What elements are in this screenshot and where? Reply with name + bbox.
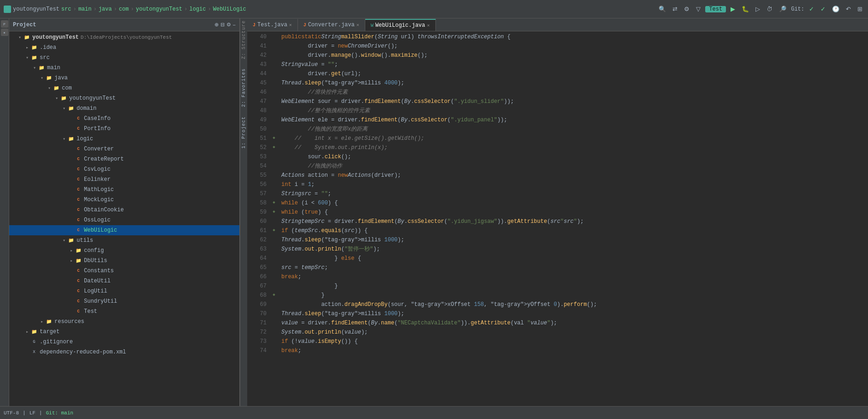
git-check2-button[interactable]: ✓: [819, 5, 827, 13]
code-line-44[interactable]: driver.get(url);: [278, 69, 863, 78]
tree-item-csvlogic[interactable]: ▸ C CsvLogic: [9, 164, 239, 174]
code-line-40[interactable]: public static String mallSlider(String u…: [278, 32, 863, 42]
run-button[interactable]: ▶: [729, 5, 737, 13]
tree-item-idea[interactable]: ▸ 📁 .idea: [9, 42, 239, 53]
code-line-57[interactable]: String src = "";: [278, 189, 863, 198]
code-line-49[interactable]: WebElement ele = driver.findElement(By.c…: [278, 115, 863, 125]
find-button[interactable]: 🔎: [777, 5, 788, 13]
gutter-mark-52[interactable]: ◈: [270, 142, 278, 151]
run-coverage-button[interactable]: ▷: [754, 5, 762, 13]
code-line-68[interactable]: }: [278, 291, 863, 300]
code-line-50[interactable]: //拖拽的宽度即x的距离: [278, 125, 863, 134]
tree-item-java[interactable]: ▾ 📁 java: [9, 73, 239, 83]
run-config[interactable]: Test: [705, 6, 726, 12]
code-line-60[interactable]: String tempSrc = driver.findElement(By.c…: [278, 217, 863, 226]
bc-logic[interactable]: logic: [190, 6, 206, 12]
code-line-53[interactable]: sour.click();: [278, 152, 863, 162]
tree-item-osslogic[interactable]: ▸ C OssLogic: [9, 215, 239, 225]
bc-webuilogic[interactable]: WebUiLogic: [213, 6, 246, 12]
tree-item-logic[interactable]: ▾ 📁 logic: [9, 134, 239, 144]
settings-button[interactable]: ⚙: [682, 5, 691, 13]
code-line-65[interactable]: src = tempSrc;: [278, 263, 863, 272]
tree-item-main[interactable]: ▾ 📁 main: [9, 63, 239, 73]
collapse-button[interactable]: ▽: [694, 5, 702, 13]
git-revert-button[interactable]: ↶: [844, 5, 853, 13]
code-area[interactable]: public static String mallSlider(String u…: [278, 31, 863, 406]
code-line-51[interactable]: // int x = ele.getSize().getWidth();: [278, 134, 863, 143]
tab-converter-java[interactable]: J Converter.java ✕: [298, 19, 365, 31]
code-line-47[interactable]: WebElement sour = driver.findElement(By.…: [278, 97, 863, 106]
tree-item-logutil[interactable]: ▸ C LogUtil: [9, 286, 239, 296]
code-line-45[interactable]: Thread.sleep("tag-gray">millis 4000);: [278, 78, 863, 88]
tree-item-dbutils[interactable]: ▸ 📁 DbUtils: [9, 256, 239, 266]
code-line-74[interactable]: break;: [278, 346, 863, 355]
search-everywhere-button[interactable]: 🔍: [657, 5, 668, 13]
code-line-41[interactable]: driver = new ChromeDriver();: [278, 42, 863, 51]
tree-item-mocklogic[interactable]: ▸ C MockLogic: [9, 195, 239, 205]
tree-item-youtongyuntest[interactable]: ▾ 📁 youtongyunTest: [9, 93, 239, 103]
bc-com[interactable]: com: [119, 6, 129, 12]
code-line-71[interactable]: value = driver.findElement(By.name("NECa…: [278, 318, 863, 328]
favorites-tool-button[interactable]: ★: [1, 29, 8, 36]
tree-item-constants[interactable]: ▸ C Constants: [9, 266, 239, 276]
code-line-56[interactable]: int i = 1;: [278, 180, 863, 189]
code-line-67[interactable]: }: [278, 281, 863, 291]
code-line-69[interactable]: action.dragAndDropBy(sour, "tag-gray">xO…: [278, 300, 863, 309]
gutter-mark-61[interactable]: ◈: [270, 225, 278, 234]
profile-button[interactable]: ⏱: [765, 5, 774, 13]
tree-item-portinfo[interactable]: ▸ C PortInfo: [9, 124, 239, 134]
bc-java[interactable]: java: [99, 6, 112, 12]
hide-panel-button[interactable]: −: [233, 22, 236, 28]
git-check-button[interactable]: ✓: [807, 5, 816, 13]
status-git-branch[interactable]: Git: main: [46, 410, 73, 416]
tree-item-webuilogic[interactable]: ▸ C WebUiLogic: [9, 225, 239, 235]
code-line-59[interactable]: while (true) {: [278, 208, 863, 217]
tree-item-com[interactable]: ▾ 📁 com: [9, 83, 239, 93]
tree-item-resources[interactable]: ▸ 📁 resources: [9, 317, 239, 327]
tree-item-createreport[interactable]: ▸ C CreateReport: [9, 154, 239, 164]
tab-test-java[interactable]: J Test.java ✕: [247, 19, 298, 31]
tree-item-mathlogic[interactable]: ▸ C MathLogic: [9, 185, 239, 195]
bc-main[interactable]: main: [78, 6, 92, 12]
tree-item-converter[interactable]: ▸ C Converter: [9, 144, 239, 154]
code-line-42[interactable]: driver.manage().window().maximize();: [278, 51, 863, 60]
code-line-43[interactable]: String value = "";: [278, 60, 863, 69]
code-line-54[interactable]: //拖拽的动作: [278, 162, 863, 171]
tree-item-src[interactable]: ▾ 📁 src: [9, 53, 239, 63]
code-line-66[interactable]: break;: [278, 272, 863, 281]
project-tool-button[interactable]: P: [1, 20, 8, 28]
tree-item-utils[interactable]: ▾ 📁 utils: [9, 235, 239, 245]
code-line-64[interactable]: } else {: [278, 254, 863, 263]
code-line-48[interactable]: //整个拖拽框的控件元素: [278, 106, 863, 115]
tree-item-eolinker[interactable]: ▸ C Eolinker: [9, 174, 239, 185]
tree-item-sundryutil[interactable]: ▸ C SundryUtil: [9, 296, 239, 306]
tree-item-config[interactable]: ▸ 📁 config: [9, 245, 239, 256]
status-encoding[interactable]: UTF-8: [4, 410, 19, 416]
code-line-63[interactable]: System.out.println("暂停一秒");: [278, 245, 863, 254]
converter-tab-close[interactable]: ✕: [357, 22, 359, 28]
collapse-all-button[interactable]: ⊟: [220, 22, 225, 28]
debug-button[interactable]: 🐛: [740, 5, 751, 13]
code-line-55[interactable]: Actions action = new Actions(driver);: [278, 171, 863, 180]
code-line-58[interactable]: while (i < 600) {: [278, 198, 863, 208]
webuilogic-tab-close[interactable]: ✕: [427, 23, 430, 28]
tree-item-dateutil[interactable]: ▸ C DateUtil: [9, 276, 239, 286]
tree-item-target[interactable]: ▸ 📁 target: [9, 327, 239, 337]
tab-webuilogic-java[interactable]: W WebUiLogic.java ✕: [365, 19, 436, 31]
bc-youtongyuntest[interactable]: youtongyunTest: [136, 6, 182, 12]
gear-button[interactable]: ⚙: [226, 22, 231, 28]
code-line-61[interactable]: if (tempSrc.equals(src)) {: [278, 226, 863, 235]
code-line-46[interactable]: //滑块控件元素: [278, 88, 863, 97]
tree-item-gitignore[interactable]: ▸ G .gitignore: [9, 337, 239, 347]
git-history-button[interactable]: 🕐: [830, 5, 841, 13]
sync-files-button[interactable]: ⊕: [214, 22, 219, 28]
tree-item-caseinfo[interactable]: ▸ C CaseInfo: [9, 114, 239, 124]
gutter-mark-51[interactable]: ◈: [270, 133, 278, 142]
bc-src[interactable]: src: [61, 6, 71, 12]
code-line-70[interactable]: Thread.sleep("tag-gray">millis 1000);: [278, 309, 863, 318]
code-line-62[interactable]: Thread.sleep("tag-gray">millis 1000);: [278, 235, 863, 245]
tree-item-pom[interactable]: ▸ X dependency-reduced-pom.xml: [9, 347, 239, 357]
tree-item-domain[interactable]: ▾ 📁 domain: [9, 103, 239, 114]
gutter-mark-59[interactable]: ◈: [270, 207, 278, 216]
gutter-mark-58[interactable]: ◈: [270, 198, 278, 207]
